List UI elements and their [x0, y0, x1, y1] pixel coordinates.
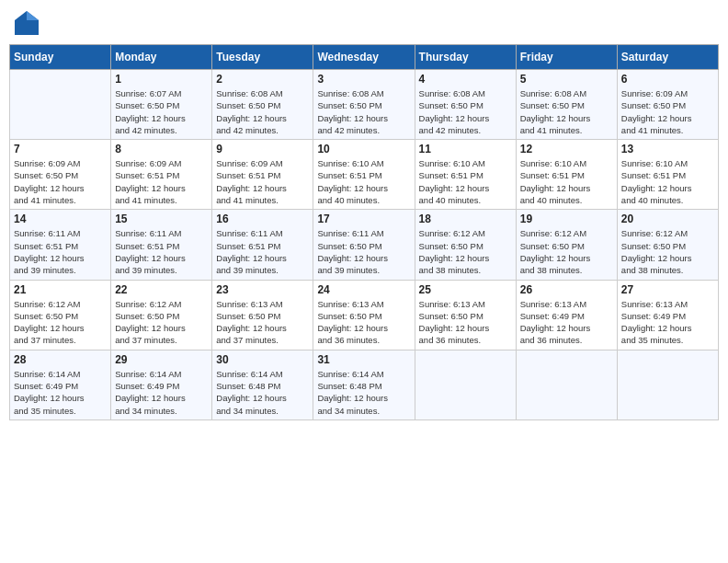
day-info: Sunrise: 6:12 AMSunset: 6:50 PMDaylight:… — [621, 227, 714, 276]
day-info: Sunrise: 6:13 AMSunset: 6:50 PMDaylight:… — [317, 298, 410, 347]
day-number: 23 — [216, 283, 309, 296]
calendar-cell: 31Sunrise: 6:14 AMSunset: 6:48 PMDayligh… — [313, 350, 415, 419]
day-info: Sunrise: 6:08 AMSunset: 6:50 PMDaylight:… — [317, 87, 410, 136]
day-number: 10 — [317, 143, 410, 155]
day-number: 6 — [621, 73, 714, 86]
day-number: 1 — [115, 73, 208, 86]
calendar-cell: 17Sunrise: 6:11 AMSunset: 6:50 PMDayligh… — [313, 210, 415, 280]
day-number: 17 — [317, 213, 410, 225]
day-number: 28 — [14, 353, 107, 366]
calendar-cell: 25Sunrise: 6:13 AMSunset: 6:50 PMDayligh… — [415, 280, 516, 350]
calendar-cell: 21Sunrise: 6:12 AMSunset: 6:50 PMDayligh… — [10, 280, 111, 350]
day-number: 29 — [115, 353, 208, 366]
calendar-cell: 1Sunrise: 6:07 AMSunset: 6:50 PMDaylight… — [111, 70, 212, 140]
day-info: Sunrise: 6:12 AMSunset: 6:50 PMDaylight:… — [14, 298, 107, 347]
calendar-cell: 5Sunrise: 6:08 AMSunset: 6:50 PMDaylight… — [516, 70, 617, 140]
calendar-cell: 10Sunrise: 6:10 AMSunset: 6:51 PMDayligh… — [313, 140, 415, 210]
svg-marker-1 — [27, 11, 39, 20]
day-info: Sunrise: 6:10 AMSunset: 6:51 PMDaylight:… — [317, 157, 410, 206]
weekday-header-thursday: Thursday — [415, 45, 516, 70]
weekday-header-monday: Monday — [111, 45, 212, 70]
day-info: Sunrise: 6:14 AMSunset: 6:49 PMDaylight:… — [115, 368, 208, 417]
calendar-cell: 18Sunrise: 6:12 AMSunset: 6:50 PMDayligh… — [415, 210, 516, 280]
day-info: Sunrise: 6:11 AMSunset: 6:51 PMDaylight:… — [115, 227, 208, 276]
day-info: Sunrise: 6:09 AMSunset: 6:51 PMDaylight:… — [216, 157, 309, 206]
day-number: 4 — [419, 73, 512, 86]
calendar-cell: 11Sunrise: 6:10 AMSunset: 6:51 PMDayligh… — [415, 140, 516, 210]
logo — [13, 9, 44, 37]
calendar-cell: 9Sunrise: 6:09 AMSunset: 6:51 PMDaylight… — [212, 140, 313, 210]
day-number: 25 — [419, 283, 512, 296]
day-number: 27 — [621, 283, 714, 296]
day-info: Sunrise: 6:14 AMSunset: 6:49 PMDaylight:… — [14, 368, 107, 417]
day-number: 14 — [14, 213, 107, 225]
calendar-cell: 20Sunrise: 6:12 AMSunset: 6:50 PMDayligh… — [617, 210, 718, 280]
day-info: Sunrise: 6:13 AMSunset: 6:49 PMDaylight:… — [520, 298, 613, 347]
day-number: 31 — [317, 353, 410, 366]
calendar-week-row: 14Sunrise: 6:11 AMSunset: 6:51 PMDayligh… — [10, 210, 719, 280]
calendar-week-row: 28Sunrise: 6:14 AMSunset: 6:49 PMDayligh… — [10, 350, 719, 419]
day-info: Sunrise: 6:14 AMSunset: 6:48 PMDaylight:… — [216, 368, 309, 417]
day-info: Sunrise: 6:08 AMSunset: 6:50 PMDaylight:… — [419, 87, 512, 136]
calendar-week-row: 21Sunrise: 6:12 AMSunset: 6:50 PMDayligh… — [10, 280, 719, 350]
logo-icon — [13, 9, 40, 37]
weekday-header-wednesday: Wednesday — [313, 45, 415, 70]
day-number: 20 — [621, 213, 714, 225]
calendar-cell: 22Sunrise: 6:12 AMSunset: 6:50 PMDayligh… — [111, 280, 212, 350]
calendar-week-row: 7Sunrise: 6:09 AMSunset: 6:50 PMDaylight… — [10, 140, 719, 210]
calendar-cell: 16Sunrise: 6:11 AMSunset: 6:51 PMDayligh… — [212, 210, 313, 280]
calendar-cell: 13Sunrise: 6:10 AMSunset: 6:51 PMDayligh… — [617, 140, 718, 210]
day-info: Sunrise: 6:13 AMSunset: 6:50 PMDaylight:… — [216, 298, 309, 347]
day-number: 22 — [115, 283, 208, 296]
calendar-cell — [10, 70, 111, 140]
day-info: Sunrise: 6:08 AMSunset: 6:50 PMDaylight:… — [216, 87, 309, 136]
day-info: Sunrise: 6:09 AMSunset: 6:51 PMDaylight:… — [115, 157, 208, 206]
day-number: 15 — [115, 213, 208, 225]
day-number: 5 — [520, 73, 613, 86]
calendar-cell — [415, 350, 516, 419]
calendar-cell: 28Sunrise: 6:14 AMSunset: 6:49 PMDayligh… — [10, 350, 111, 419]
page-header — [9, 9, 719, 37]
day-number: 2 — [216, 73, 309, 86]
weekday-header-friday: Friday — [516, 45, 617, 70]
day-number: 18 — [419, 213, 512, 225]
calendar-cell: 2Sunrise: 6:08 AMSunset: 6:50 PMDaylight… — [212, 70, 313, 140]
day-number: 24 — [317, 283, 410, 296]
weekday-header-row: SundayMondayTuesdayWednesdayThursdayFrid… — [10, 45, 719, 70]
day-info: Sunrise: 6:09 AMSunset: 6:50 PMDaylight:… — [14, 157, 107, 206]
day-info: Sunrise: 6:11 AMSunset: 6:51 PMDaylight:… — [216, 227, 309, 276]
calendar-cell: 15Sunrise: 6:11 AMSunset: 6:51 PMDayligh… — [111, 210, 212, 280]
day-info: Sunrise: 6:07 AMSunset: 6:50 PMDaylight:… — [115, 87, 208, 136]
day-info: Sunrise: 6:10 AMSunset: 6:51 PMDaylight:… — [419, 157, 512, 206]
day-info: Sunrise: 6:12 AMSunset: 6:50 PMDaylight:… — [115, 298, 208, 347]
day-info: Sunrise: 6:09 AMSunset: 6:50 PMDaylight:… — [621, 87, 714, 136]
day-number: 26 — [520, 283, 613, 296]
day-number: 8 — [115, 143, 208, 155]
calendar-cell: 6Sunrise: 6:09 AMSunset: 6:50 PMDaylight… — [617, 70, 718, 140]
calendar-cell: 30Sunrise: 6:14 AMSunset: 6:48 PMDayligh… — [212, 350, 313, 419]
calendar-cell: 19Sunrise: 6:12 AMSunset: 6:50 PMDayligh… — [516, 210, 617, 280]
calendar-cell — [617, 350, 718, 419]
day-info: Sunrise: 6:12 AMSunset: 6:50 PMDaylight:… — [419, 227, 512, 276]
day-info: Sunrise: 6:13 AMSunset: 6:49 PMDaylight:… — [621, 298, 714, 347]
day-number: 13 — [621, 143, 714, 155]
calendar-cell: 8Sunrise: 6:09 AMSunset: 6:51 PMDaylight… — [111, 140, 212, 210]
calendar-cell: 27Sunrise: 6:13 AMSunset: 6:49 PMDayligh… — [617, 280, 718, 350]
calendar-cell: 23Sunrise: 6:13 AMSunset: 6:50 PMDayligh… — [212, 280, 313, 350]
calendar-cell: 12Sunrise: 6:10 AMSunset: 6:51 PMDayligh… — [516, 140, 617, 210]
day-info: Sunrise: 6:08 AMSunset: 6:50 PMDaylight:… — [520, 87, 613, 136]
day-info: Sunrise: 6:10 AMSunset: 6:51 PMDaylight:… — [520, 157, 613, 206]
calendar-cell: 29Sunrise: 6:14 AMSunset: 6:49 PMDayligh… — [111, 350, 212, 419]
day-number: 11 — [419, 143, 512, 155]
day-number: 12 — [520, 143, 613, 155]
weekday-header-tuesday: Tuesday — [212, 45, 313, 70]
day-info: Sunrise: 6:13 AMSunset: 6:50 PMDaylight:… — [419, 298, 512, 347]
calendar-cell: 14Sunrise: 6:11 AMSunset: 6:51 PMDayligh… — [10, 210, 111, 280]
day-info: Sunrise: 6:10 AMSunset: 6:51 PMDaylight:… — [621, 157, 714, 206]
calendar-week-row: 1Sunrise: 6:07 AMSunset: 6:50 PMDaylight… — [10, 70, 719, 140]
weekday-header-sunday: Sunday — [10, 45, 111, 70]
day-info: Sunrise: 6:11 AMSunset: 6:50 PMDaylight:… — [317, 227, 410, 276]
calendar-cell — [516, 350, 617, 419]
calendar-cell: 26Sunrise: 6:13 AMSunset: 6:49 PMDayligh… — [516, 280, 617, 350]
weekday-header-saturday: Saturday — [617, 45, 718, 70]
